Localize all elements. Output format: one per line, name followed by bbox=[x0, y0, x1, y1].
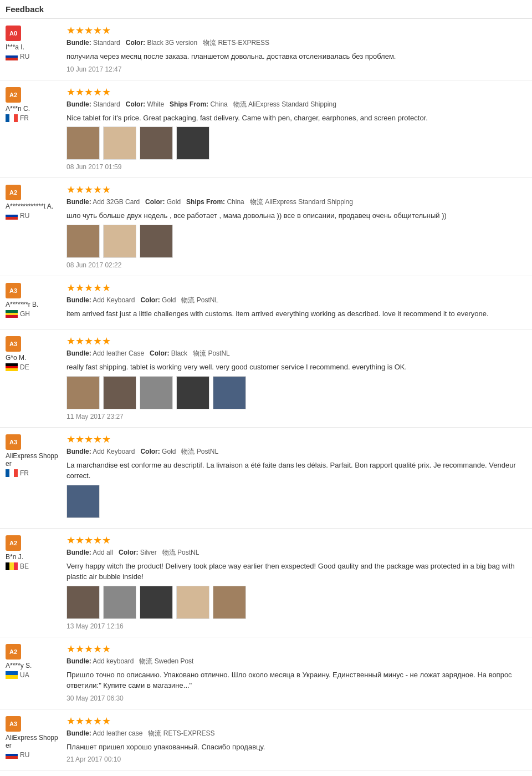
avatar: A2 bbox=[6, 535, 21, 551]
country-flag-icon bbox=[6, 310, 18, 318]
color-label: Color: bbox=[119, 549, 138, 556]
reviewer-col: A0I***a I.RU bbox=[6, 26, 66, 73]
avatar: A2 bbox=[6, 185, 21, 200]
flag-country: RU bbox=[6, 53, 61, 60]
star-rating: ★★★★★ bbox=[66, 26, 526, 35]
bundle-label: Bundle: bbox=[66, 296, 91, 304]
flag-country: FR bbox=[6, 114, 61, 122]
reviewer-name: B*n J. bbox=[6, 553, 61, 561]
review-item: A2B*n J.BE★★★★★Bundle: Add all Color: Si… bbox=[0, 529, 532, 637]
review-thumbnail[interactable] bbox=[140, 586, 173, 619]
review-thumbnail[interactable] bbox=[103, 586, 136, 619]
review-text: Verry happy witch the product! Delivery … bbox=[66, 561, 526, 582]
ships-from-label: Ships From: bbox=[186, 198, 225, 206]
star-rating: ★★★★★ bbox=[66, 535, 526, 545]
reviewer-col: A3A*******r B.GH bbox=[6, 283, 66, 323]
review-meta: Bundle: Standard Color: White Ships From… bbox=[66, 99, 526, 109]
review-item: A3G*o M.DE★★★★★Bundle: Add leather Case … bbox=[0, 329, 532, 428]
reviewer-col: A2A*************t A.RU bbox=[6, 185, 66, 269]
country-flag-icon bbox=[6, 751, 18, 759]
review-meta: Bundle: Add keyboard 物流 Sweden Post bbox=[66, 656, 526, 666]
logistics-label: 物流 bbox=[203, 39, 216, 47]
review-thumbnail[interactable] bbox=[213, 586, 246, 619]
review-item: A2A*************t A.RU★★★★★Bundle: Add 3… bbox=[0, 178, 532, 276]
country-code: GH bbox=[20, 310, 30, 318]
review-thumbnail[interactable] bbox=[66, 225, 100, 258]
review-images bbox=[66, 376, 526, 409]
review-thumbnail[interactable] bbox=[66, 126, 100, 160]
review-meta: Bundle: Add leather case 物流 RETS-EXPRESS bbox=[66, 728, 526, 738]
avatar: A0 bbox=[6, 26, 21, 41]
review-thumbnail[interactable] bbox=[103, 126, 136, 160]
logistics-label: 物流 bbox=[139, 657, 152, 665]
avatar: A2 bbox=[6, 87, 21, 103]
logistics-label: 物流 bbox=[233, 100, 247, 108]
reviewer-col: A3AliExpress ShopperFR bbox=[6, 434, 66, 521]
reviewer-name: AliExpress Shopper bbox=[6, 452, 61, 468]
review-thumbnail[interactable] bbox=[103, 376, 136, 409]
review-date: 21 Apr 2017 00:10 bbox=[66, 755, 526, 763]
review-text: Пришло точно по описанию. Упаковано отли… bbox=[66, 670, 526, 691]
review-date: 10 Jun 2017 12:47 bbox=[66, 65, 526, 73]
review-thumbnail[interactable] bbox=[66, 485, 100, 518]
reviewer-name: I***a I. bbox=[6, 43, 61, 51]
avatar: A2 bbox=[6, 644, 21, 660]
review-thumbnail[interactable] bbox=[176, 126, 209, 160]
review-content: ★★★★★Bundle: Add 32GB Card Color: Gold S… bbox=[66, 185, 526, 269]
review-content: ★★★★★Bundle: Add keyboard 物流 Sweden Post… bbox=[66, 644, 526, 702]
review-meta: Bundle: Add 32GB Card Color: Gold Ships … bbox=[66, 197, 526, 207]
flag-country: RU bbox=[6, 751, 61, 759]
logistics-label: 物流 bbox=[250, 198, 263, 206]
bundle-label: Bundle: bbox=[66, 729, 91, 737]
review-thumbnail[interactable] bbox=[176, 586, 209, 619]
bundle-label: Bundle: bbox=[66, 657, 91, 665]
review-images bbox=[66, 126, 526, 160]
country-code: RU bbox=[20, 53, 29, 60]
review-meta: Bundle: Add leather Case Color: Black 物流… bbox=[66, 348, 526, 358]
reviewer-col: A2A***n C.FR bbox=[6, 87, 66, 171]
review-thumbnail[interactable] bbox=[140, 376, 173, 409]
star-rating: ★★★★★ bbox=[66, 434, 526, 444]
country-code: BE bbox=[20, 562, 29, 570]
review-content: ★★★★★Bundle: Add Keyboard Color: Gold 物流… bbox=[66, 283, 526, 323]
bundle-label: Bundle: bbox=[66, 100, 91, 108]
review-content: ★★★★★Bundle: Standard Color: Black 3G ve… bbox=[66, 26, 526, 73]
review-text: really fast shipping. tablet is working … bbox=[66, 362, 526, 373]
review-images bbox=[66, 586, 526, 619]
review-item: A3AliExpress ShopperRU★★★★★Bundle: Add l… bbox=[0, 709, 532, 771]
reviewer-name: AliExpress Shopper bbox=[6, 734, 61, 749]
country-code: UA bbox=[20, 671, 29, 679]
color-label: Color: bbox=[145, 198, 165, 206]
bundle-label: Bundle: bbox=[66, 39, 91, 47]
flag-country: FR bbox=[6, 469, 61, 477]
reviewer-name: A***n C. bbox=[6, 105, 61, 113]
color-label: Color: bbox=[126, 39, 145, 47]
flag-country: BE bbox=[6, 562, 61, 570]
country-flag-icon bbox=[6, 114, 18, 122]
country-flag-icon bbox=[6, 363, 18, 371]
reviewer-col: A3AliExpress ShopperRU bbox=[6, 716, 66, 764]
review-item: A2A****y S.UA★★★★★Bundle: Add keyboard 物… bbox=[0, 637, 532, 709]
review-thumbnail[interactable] bbox=[176, 376, 209, 409]
avatar: A3 bbox=[6, 716, 21, 732]
reviewer-col: A2A****y S.UA bbox=[6, 644, 66, 702]
color-label: Color: bbox=[150, 349, 169, 357]
review-text: item arrived fast just a little challeng… bbox=[66, 308, 526, 319]
review-thumbnail[interactable] bbox=[103, 225, 136, 258]
reviewer-name: A*************t A. bbox=[6, 202, 61, 210]
review-content: ★★★★★Bundle: Add all Color: Silver 物流 Po… bbox=[66, 535, 526, 630]
review-thumbnail[interactable] bbox=[66, 376, 100, 409]
review-date: 08 Jun 2017 01:59 bbox=[66, 163, 526, 171]
review-meta: Bundle: Add Keyboard Color: Gold 物流 Post… bbox=[66, 447, 526, 457]
logistics-label: 物流 bbox=[148, 729, 161, 737]
review-thumbnail[interactable] bbox=[140, 225, 173, 258]
logistics-label: 物流 bbox=[181, 296, 195, 304]
review-content: ★★★★★Bundle: Add Keyboard Color: Gold 物流… bbox=[66, 434, 526, 521]
review-thumbnail[interactable] bbox=[140, 126, 173, 160]
review-meta: Bundle: Add Keyboard Color: Gold 物流 Post… bbox=[66, 295, 526, 305]
review-thumbnail[interactable] bbox=[66, 586, 100, 619]
review-text: La marchandise est conforme au descripti… bbox=[66, 460, 526, 481]
review-thumbnail[interactable] bbox=[213, 376, 246, 409]
flag-country: GH bbox=[6, 310, 61, 318]
country-flag-icon bbox=[6, 671, 18, 679]
